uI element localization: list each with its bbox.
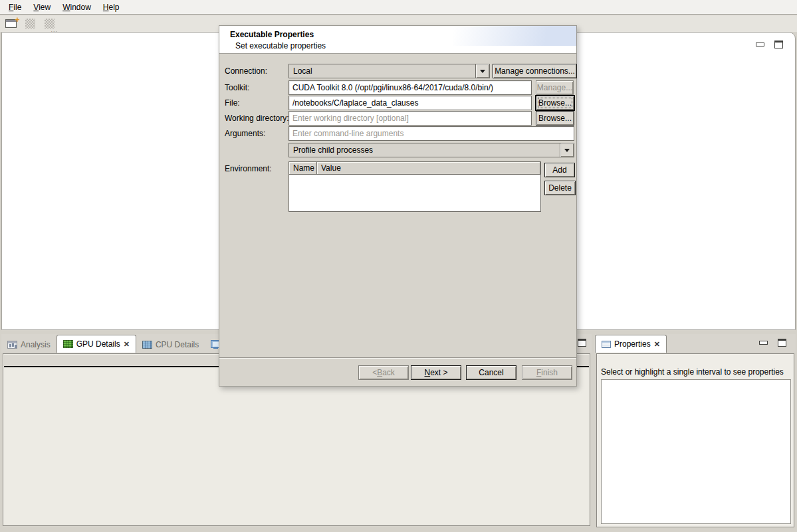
minimize-view-icon[interactable] bbox=[756, 43, 764, 46]
close-icon[interactable]: ✕ bbox=[124, 341, 130, 348]
toolbar-disabled-button-2: ... bbox=[42, 17, 57, 31]
dialog-button-separator bbox=[219, 357, 576, 359]
file-input[interactable] bbox=[288, 96, 532, 110]
back-button: < Back bbox=[358, 365, 409, 380]
environment-table[interactable]: Name Value bbox=[288, 161, 541, 212]
browse-working-directory-button[interactable]: Browse... bbox=[536, 111, 574, 126]
disabled-checker-icon bbox=[25, 19, 35, 29]
column-header-value[interactable]: Value bbox=[317, 162, 540, 174]
new-session-icon: + bbox=[5, 19, 17, 28]
connection-combo[interactable]: Local bbox=[288, 64, 490, 78]
column-header-name[interactable]: Name bbox=[289, 162, 317, 174]
arguments-input[interactable] bbox=[288, 126, 574, 141]
tab-label: Analysis bbox=[21, 340, 51, 349]
next-button[interactable]: Next > bbox=[411, 365, 461, 380]
browse-file-button[interactable]: Browse... bbox=[536, 96, 574, 110]
tab-gpu-details[interactable]: GPU Details ✕ bbox=[57, 335, 136, 353]
toolbar-disabled-button-1 bbox=[23, 17, 37, 31]
menu-view[interactable]: View bbox=[27, 1, 57, 14]
arguments-label: Arguments: bbox=[225, 129, 265, 138]
menu-help[interactable]: Help bbox=[97, 1, 126, 14]
header-gradient bbox=[453, 26, 576, 46]
environment-table-rows[interactable] bbox=[289, 175, 540, 211]
add-environment-button[interactable]: Add bbox=[544, 163, 575, 177]
toolkit-label: Toolkit: bbox=[225, 83, 249, 92]
delete-environment-button[interactable]: Delete bbox=[544, 181, 576, 195]
tab-analysis[interactable]: Analysis bbox=[1, 336, 57, 353]
application-window: File View Window Help + ... Analysis bbox=[0, 0, 797, 532]
analysis-chart-icon bbox=[7, 341, 17, 349]
maximize-view-icon[interactable] bbox=[774, 41, 783, 48]
profile-children-combo-value: Profile child processes bbox=[289, 145, 560, 155]
dialog-subtitle: Set executable properties bbox=[235, 41, 326, 50]
manage-toolkit-button: Manage... bbox=[536, 80, 574, 95]
toolkit-input[interactable] bbox=[288, 80, 532, 95]
environment-table-header: Name Value bbox=[289, 162, 540, 175]
properties-table-icon bbox=[602, 341, 611, 348]
dialog-title: Executable Properties bbox=[230, 30, 314, 39]
menu-file[interactable]: File bbox=[3, 1, 27, 14]
maximize-view-icon[interactable] bbox=[578, 339, 586, 347]
working-directory-input[interactable] bbox=[288, 111, 532, 126]
close-icon[interactable]: ✕ bbox=[654, 341, 660, 348]
tab-label: GPU Details bbox=[76, 339, 120, 349]
working-directory-label: Working directory: bbox=[225, 114, 288, 123]
maximize-view-icon[interactable] bbox=[778, 339, 786, 347]
finish-button: Finish bbox=[522, 365, 572, 380]
tab-cpu-details[interactable]: CPU Details bbox=[136, 336, 205, 353]
tab-label: CPU Details bbox=[156, 340, 199, 349]
manage-connections-button[interactable]: Manage connections... bbox=[493, 64, 577, 78]
tab-label: Properties bbox=[614, 339, 651, 349]
plus-badge-icon: + bbox=[15, 15, 19, 25]
chevron-down-icon[interactable] bbox=[560, 143, 574, 157]
cpu-grid-icon bbox=[142, 341, 152, 349]
properties-content: Select or highlight a single interval to… bbox=[596, 353, 794, 527]
cancel-button[interactable]: Cancel bbox=[466, 365, 516, 380]
dialog-header: Executable Properties Set executable pro… bbox=[219, 26, 576, 54]
file-label: File: bbox=[225, 98, 240, 108]
profile-children-combo[interactable]: Profile child processes bbox=[288, 143, 574, 157]
environment-label: Environment: bbox=[225, 164, 272, 173]
connection-label: Connection: bbox=[225, 66, 267, 76]
gpu-grid-icon bbox=[63, 340, 73, 348]
chevron-down-icon[interactable] bbox=[475, 64, 489, 78]
properties-empty-box bbox=[601, 379, 791, 524]
new-session-button[interactable]: + bbox=[3, 17, 18, 31]
properties-hint-text: Select or highlight a single interval to… bbox=[601, 367, 784, 377]
tab-properties[interactable]: Properties ✕ bbox=[595, 335, 667, 353]
minimize-view-icon[interactable] bbox=[759, 341, 768, 345]
properties-panel: Properties ✕ Select or highlight a singl… bbox=[595, 334, 796, 528]
menu-window[interactable]: Window bbox=[57, 1, 97, 14]
menu-bar: File View Window Help bbox=[0, 0, 797, 15]
connection-combo-value: Local bbox=[289, 66, 475, 76]
executable-properties-dialog: Executable Properties Set executable pro… bbox=[219, 25, 577, 387]
